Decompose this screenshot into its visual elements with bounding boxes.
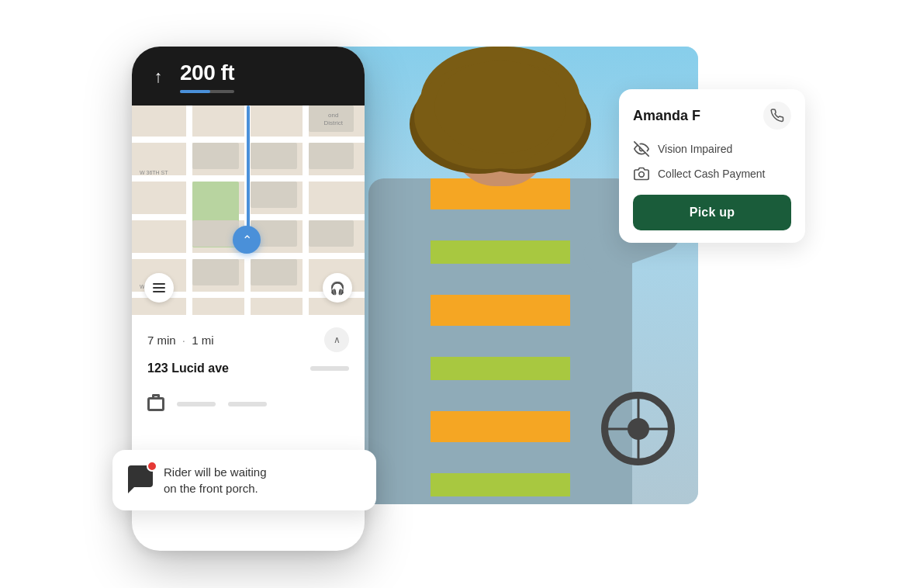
map-block9: [251, 259, 297, 285]
phone-icon: [770, 109, 784, 123]
address-bar: [310, 366, 349, 371]
map-view: ond District W 36TH ST W 36TH ST ⌃ 🎧: [132, 105, 365, 315]
map-block3: [309, 143, 354, 169]
marker-chevron-icon: ⌃: [242, 233, 252, 247]
notification-card: Rider will be waiting on the front porch…: [112, 450, 376, 510]
rider-name: Amanda F: [633, 108, 700, 124]
rider-card-header: Amanda F: [633, 102, 791, 130]
vision-impaired-icon: [633, 140, 650, 157]
cash-payment-label: Collect Cash Payment: [658, 168, 766, 180]
notification-badge: [147, 461, 157, 472]
luggage-icon: [147, 397, 164, 411]
street-v1: [186, 105, 192, 315]
cash-payment-row: Collect Cash Payment: [633, 165, 791, 182]
svg-point-1: [639, 172, 645, 178]
vision-impaired-row: Vision Impaired: [633, 140, 791, 157]
call-button[interactable]: [763, 102, 791, 130]
address-row: 123 Lucid ave: [147, 361, 349, 375]
district-label: ond District: [324, 112, 343, 126]
map-block8: [192, 259, 239, 285]
trip-time: 7 min: [147, 334, 176, 347]
address-text: 123 Lucid ave: [147, 361, 229, 375]
street-v3: [303, 105, 309, 315]
notification-message: Rider will be waiting on the front porch…: [164, 464, 267, 496]
chevron-up-icon: ∧: [334, 334, 341, 345]
progress-bar-1: [177, 402, 216, 406]
eye-slash-icon: [634, 141, 649, 157]
map-block4: [251, 182, 297, 208]
nav-distance: 200 ft: [180, 61, 234, 85]
nav-progress-bar: [180, 90, 234, 93]
headphone-icon: 🎧: [330, 281, 345, 296]
map-block7: [309, 220, 354, 247]
map-block2: [251, 143, 297, 169]
route-line: [247, 105, 250, 237]
menu-line-2: [153, 287, 165, 289]
separator: ·: [182, 334, 188, 347]
map-block: [192, 143, 239, 169]
vision-impaired-label: Vision Impaired: [658, 143, 732, 155]
trip-panel: 7 min · 1 mi ∧ 123 Lucid ave: [132, 315, 365, 389]
expand-button[interactable]: ∧: [324, 327, 349, 352]
location-marker: ⌃: [233, 226, 261, 254]
map-block5: [192, 220, 239, 247]
menu-line-3: [153, 291, 165, 292]
progress-bar-2: [228, 402, 267, 406]
rider-info-card: Amanda F Vision Impaired Collect Cash Pa: [619, 89, 805, 243]
menu-line-1: [153, 283, 165, 285]
nav-header: ↑ 200 ft: [132, 47, 365, 105]
trip-summary: 7 min · 1 mi: [147, 334, 214, 347]
headphone-button[interactable]: 🎧: [323, 273, 352, 303]
trip-distance: 1 mi: [192, 334, 213, 347]
nav-progress-fill: [180, 90, 210, 93]
notification-icon-wrapper: [128, 465, 153, 487]
cash-payment-icon: [633, 165, 650, 182]
direction-arrow-icon: ↑: [147, 66, 169, 88]
camera-icon: [634, 166, 649, 182]
pickup-button[interactable]: Pick up: [633, 195, 791, 230]
menu-button[interactable]: [144, 273, 174, 303]
trip-info-row: 7 min · 1 mi ∧: [147, 327, 349, 352]
street-label-1: W 36TH ST: [140, 170, 168, 175]
phone-bottom-row: [132, 389, 365, 422]
